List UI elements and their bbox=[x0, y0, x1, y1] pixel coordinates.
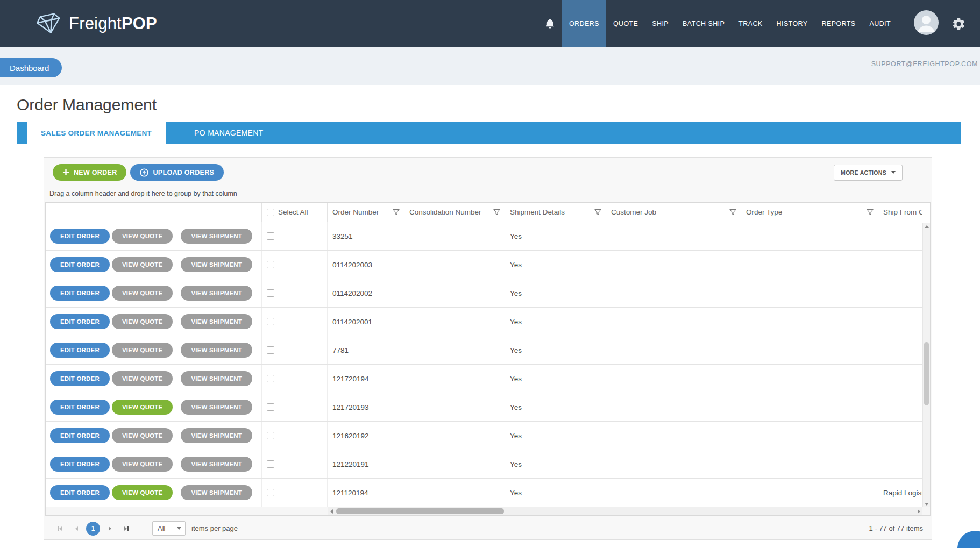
column-header-customer-job[interactable]: Customer Job bbox=[606, 203, 741, 222]
nav-item-ship[interactable]: SHIP bbox=[645, 0, 676, 47]
dashboard-button[interactable]: Dashboard bbox=[0, 58, 62, 77]
user-avatar[interactable] bbox=[914, 10, 939, 37]
more-actions-button[interactable]: MORE ACTIONS bbox=[834, 165, 903, 181]
row-checkbox[interactable] bbox=[267, 232, 274, 240]
next-page-button[interactable] bbox=[103, 522, 117, 536]
upload-orders-button[interactable]: UPLOAD ORDERS bbox=[130, 164, 224, 181]
row-checkbox[interactable] bbox=[267, 489, 274, 496]
view-shipment-button[interactable]: VIEW SHIPMENT bbox=[181, 457, 252, 472]
edit-order-button[interactable]: EDIT ORDER bbox=[50, 457, 110, 472]
row-checkbox[interactable] bbox=[267, 289, 274, 297]
cell-order-number: 121720193 bbox=[328, 393, 404, 421]
row-checkbox[interactable] bbox=[267, 375, 274, 382]
nav-item-history[interactable]: HISTORY bbox=[770, 0, 815, 47]
view-shipment-button[interactable]: VIEW SHIPMENT bbox=[181, 257, 252, 272]
view-shipment-button[interactable]: VIEW SHIPMENT bbox=[181, 371, 252, 386]
select-all-checkbox[interactable] bbox=[267, 209, 274, 216]
edit-order-button[interactable]: EDIT ORDER bbox=[50, 314, 110, 329]
view-shipment-button[interactable]: VIEW SHIPMENT bbox=[181, 343, 252, 358]
view-shipment-button[interactable]: VIEW SHIPMENT bbox=[181, 286, 252, 301]
nav-item-batch-ship[interactable]: BATCH SHIP bbox=[676, 0, 732, 47]
view-quote-button[interactable]: VIEW QUOTE bbox=[112, 286, 173, 301]
column-header-shipment-details[interactable]: Shipment Details bbox=[505, 203, 606, 222]
edit-order-button[interactable]: EDIT ORDER bbox=[50, 257, 110, 272]
items-per-page-label: items per page bbox=[191, 524, 238, 532]
items-range-label: 1 - 77 of 77 items bbox=[869, 524, 923, 532]
view-shipment-button[interactable]: VIEW SHIPMENT bbox=[181, 485, 252, 500]
edit-order-button[interactable]: EDIT ORDER bbox=[50, 400, 110, 415]
scroll-left-icon[interactable] bbox=[328, 507, 335, 515]
view-quote-button[interactable]: VIEW QUOTE bbox=[112, 400, 173, 415]
nav-item-orders[interactable]: ORDERS bbox=[562, 0, 606, 47]
nav-item-audit[interactable]: AUDIT bbox=[863, 0, 898, 47]
column-header-label: Consolidation Number bbox=[409, 208, 481, 216]
edit-order-button[interactable]: EDIT ORDER bbox=[50, 229, 110, 244]
column-header-ship-from-co[interactable]: Ship From Co bbox=[878, 203, 922, 222]
chat-widget-button[interactable] bbox=[957, 531, 980, 548]
row-checkbox[interactable] bbox=[267, 432, 274, 439]
nav-item-track[interactable]: TRACK bbox=[732, 0, 769, 47]
filter-icon[interactable] bbox=[594, 209, 601, 217]
previous-page-button[interactable] bbox=[69, 522, 83, 536]
view-quote-button[interactable]: VIEW QUOTE bbox=[112, 485, 173, 500]
edit-order-button[interactable]: EDIT ORDER bbox=[50, 428, 110, 443]
row-checkbox[interactable] bbox=[267, 318, 274, 325]
filter-icon[interactable] bbox=[729, 209, 736, 217]
current-page-button[interactable]: 1 bbox=[86, 522, 100, 536]
horizontal-scrollbar[interactable] bbox=[328, 507, 922, 515]
view-quote-button[interactable]: VIEW QUOTE bbox=[112, 457, 173, 472]
page-title: Order Management bbox=[17, 96, 980, 114]
vertical-scrollbar-thumb[interactable] bbox=[924, 342, 929, 405]
nav-item-quote[interactable]: QUOTE bbox=[606, 0, 645, 47]
vertical-scrollbar[interactable] bbox=[922, 223, 930, 508]
column-header-consolidation-number[interactable]: Consolidation Number bbox=[404, 203, 505, 222]
new-order-button[interactable]: NEW ORDER bbox=[53, 164, 126, 181]
horizontal-scrollbar-thumb[interactable] bbox=[336, 508, 504, 514]
row-checkbox[interactable] bbox=[267, 261, 274, 268]
cell-order-type bbox=[741, 422, 878, 450]
filter-icon[interactable] bbox=[493, 209, 500, 217]
edit-order-button[interactable]: EDIT ORDER bbox=[50, 485, 110, 500]
first-page-button[interactable] bbox=[53, 522, 67, 536]
cell-order-number: 121720194 bbox=[328, 365, 404, 393]
row-checkbox[interactable] bbox=[267, 403, 274, 411]
settings-gear-icon[interactable] bbox=[951, 17, 966, 31]
scroll-up-icon[interactable] bbox=[923, 223, 930, 230]
row-checkbox[interactable] bbox=[267, 346, 274, 354]
view-quote-button[interactable]: VIEW QUOTE bbox=[112, 428, 173, 443]
cell-consolidation-number bbox=[404, 222, 505, 250]
filter-icon[interactable] bbox=[393, 209, 400, 217]
column-header-order-number[interactable]: Order Number bbox=[328, 203, 404, 222]
column-header-label: Order Number bbox=[332, 208, 379, 216]
view-quote-button[interactable]: VIEW QUOTE bbox=[112, 257, 173, 272]
view-shipment-button[interactable]: VIEW SHIPMENT bbox=[181, 428, 252, 443]
view-quote-button[interactable]: VIEW QUOTE bbox=[112, 371, 173, 386]
filter-icon[interactable] bbox=[867, 209, 874, 217]
column-header-order-type[interactable]: Order Type bbox=[741, 203, 878, 222]
freightpop-logo[interactable]: FreightPOP bbox=[37, 0, 157, 47]
tab-po-management[interactable]: PO MANAGEMENT bbox=[190, 122, 267, 144]
view-shipment-button[interactable]: VIEW SHIPMENT bbox=[181, 400, 252, 415]
row-actions-cell: EDIT ORDER VIEW QUOTE VIEW SHIPMENT bbox=[46, 279, 262, 307]
page-size-dropdown[interactable]: All bbox=[152, 521, 186, 536]
cell-shipment-details: Yes bbox=[505, 279, 606, 307]
edit-order-button[interactable]: EDIT ORDER bbox=[50, 343, 110, 358]
cell-consolidation-number bbox=[404, 393, 505, 421]
view-quote-button[interactable]: VIEW QUOTE bbox=[112, 314, 173, 329]
column-header-label: Customer Job bbox=[611, 208, 656, 216]
tab-sales-order-management[interactable]: SALES ORDER MANAGEMENT bbox=[27, 122, 166, 144]
column-header-actions bbox=[46, 203, 262, 222]
view-shipment-button[interactable]: VIEW SHIPMENT bbox=[181, 314, 252, 329]
view-quote-button[interactable]: VIEW QUOTE bbox=[112, 229, 173, 244]
notifications-bell-icon[interactable] bbox=[538, 0, 562, 47]
view-quote-button[interactable]: VIEW QUOTE bbox=[112, 343, 173, 358]
horizontal-scrollbar-strip bbox=[46, 507, 930, 515]
nav-item-reports[interactable]: REPORTS bbox=[815, 0, 863, 47]
view-shipment-button[interactable]: VIEW SHIPMENT bbox=[181, 229, 252, 244]
row-checkbox[interactable] bbox=[267, 460, 274, 468]
support-email: SUPPORT@FREIGHTPOP.COM bbox=[871, 60, 978, 68]
scroll-right-icon[interactable] bbox=[915, 507, 922, 515]
edit-order-button[interactable]: EDIT ORDER bbox=[50, 286, 110, 301]
edit-order-button[interactable]: EDIT ORDER bbox=[50, 371, 110, 386]
last-page-button[interactable] bbox=[119, 522, 133, 536]
